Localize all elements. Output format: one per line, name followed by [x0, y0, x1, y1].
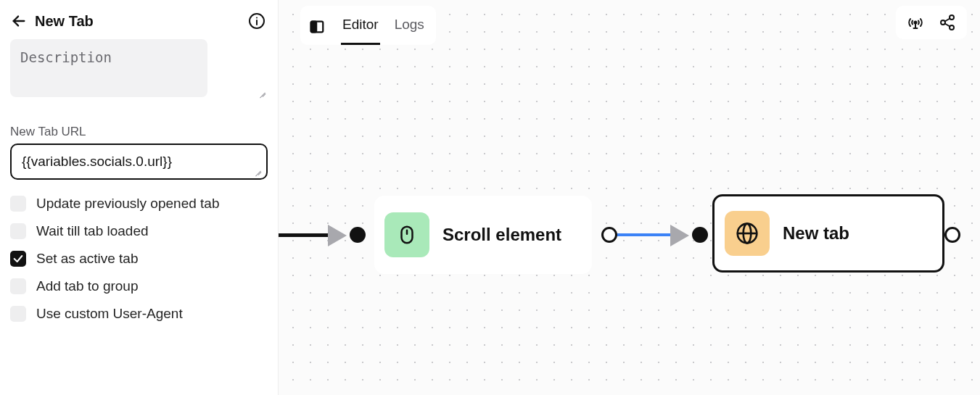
- share-icon: [939, 14, 956, 31]
- globe-icon: [736, 222, 759, 245]
- node-label: Scroll element: [442, 225, 561, 245]
- resize-grip-icon: [259, 90, 266, 97]
- svg-rect-5: [311, 22, 316, 33]
- description-textarea[interactable]: [10, 39, 207, 97]
- checkbox-label: Add tab to group: [36, 278, 139, 294]
- checkbox-box: [10, 306, 26, 322]
- edge-segment: [617, 233, 675, 236]
- check-icon: [12, 253, 24, 265]
- arrowhead-icon: [328, 225, 347, 246]
- broadcast-icon: [907, 14, 924, 31]
- checkbox-custom-user-agent[interactable]: Use custom User-Agent: [10, 306, 268, 322]
- broadcast-button[interactable]: [906, 13, 925, 32]
- svg-line-13: [945, 24, 950, 27]
- back-button[interactable]: [10, 12, 28, 30]
- node-scroll-element[interactable]: Scroll element: [374, 196, 592, 274]
- tab-logs[interactable]: Logs: [393, 9, 426, 45]
- checkbox-label: Set as active tab: [36, 251, 138, 267]
- checkbox-box: [10, 223, 26, 239]
- workflow-canvas[interactable]: Editor Logs Scroll element New tab: [278, 0, 980, 395]
- sidebar-icon: [309, 19, 325, 35]
- tab-editor[interactable]: Editor: [341, 9, 380, 45]
- svg-line-12: [945, 19, 950, 22]
- share-button[interactable]: [938, 13, 957, 32]
- edge-segment: [279, 233, 334, 237]
- toggle-sidebar-button[interactable]: [306, 16, 328, 38]
- checkbox-box: [10, 251, 26, 267]
- checkbox-label: Update previously opened tab: [36, 196, 219, 212]
- svg-point-3: [256, 17, 258, 19]
- checkbox-wait-loaded[interactable]: Wait till tab loaded: [10, 223, 268, 239]
- checkbox-add-to-group[interactable]: Add tab to group: [10, 278, 268, 294]
- node-icon-box: [725, 211, 770, 256]
- canvas-actions: [896, 6, 967, 39]
- node-icon-box: [384, 212, 429, 257]
- node-input-port[interactable]: [350, 227, 366, 243]
- sidebar-title: New Tab: [35, 13, 94, 30]
- checkbox-label: Use custom User-Agent: [36, 306, 183, 322]
- url-field-label: New Tab URL: [10, 125, 268, 139]
- sidebar-panel: New Tab New Tab URL Update previously op…: [0, 0, 278, 395]
- node-new-tab[interactable]: New tab: [712, 194, 944, 273]
- node-output-port[interactable]: [601, 227, 617, 243]
- checkbox-label: Wait till tab loaded: [36, 223, 149, 239]
- node-input-port[interactable]: [692, 227, 708, 243]
- node-label: New tab: [783, 223, 849, 244]
- info-icon: [248, 12, 265, 30]
- new-tab-url-input[interactable]: [10, 144, 268, 180]
- options-list: Update previously opened tab Wait till t…: [10, 196, 268, 322]
- checkbox-active-tab[interactable]: Set as active tab: [10, 251, 268, 267]
- checkbox-update-prev-tab[interactable]: Update previously opened tab: [10, 196, 268, 212]
- sidebar-header: New Tab: [7, 12, 271, 38]
- arrow-left-icon: [11, 13, 27, 29]
- canvas-tab-bar: Editor Logs: [300, 6, 436, 45]
- checkbox-box: [10, 196, 26, 212]
- checkbox-box: [10, 278, 26, 294]
- arrowhead-icon: [670, 225, 689, 246]
- node-output-port[interactable]: [944, 227, 960, 243]
- info-button[interactable]: [247, 12, 266, 30]
- mouse-icon: [396, 224, 418, 246]
